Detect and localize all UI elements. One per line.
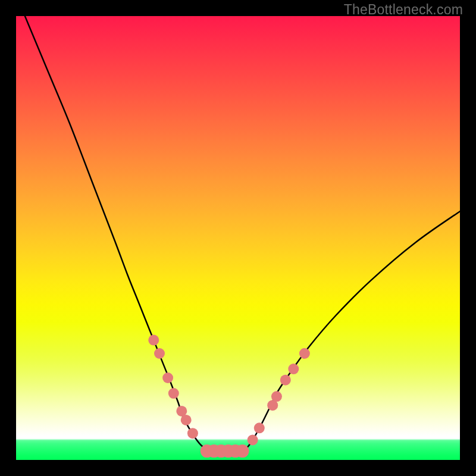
chart-svg	[16, 16, 460, 460]
marker-dot	[299, 348, 310, 359]
marker-dot	[280, 375, 291, 386]
left-curve	[25, 16, 207, 450]
flat-dots	[201, 444, 249, 458]
marker-dot	[168, 388, 179, 399]
marker-dot	[288, 364, 299, 374]
marker-dot	[148, 335, 159, 346]
marker-dot	[181, 415, 192, 425]
marker-dot	[254, 422, 265, 433]
chart-plot-area	[16, 16, 460, 460]
chart-frame: TheBottleneck.com	[0, 0, 476, 476]
curves	[25, 16, 460, 451]
marker-dot	[271, 391, 282, 402]
watermark-text: TheBottleneck.com	[344, 2, 463, 18]
marker-dot	[154, 348, 165, 359]
marker-dot	[187, 428, 198, 439]
marker-dot	[162, 372, 173, 383]
right-curve	[245, 211, 460, 450]
flat-dot	[236, 444, 249, 458]
marker-dot	[248, 434, 258, 445]
scatter-dots	[148, 335, 310, 446]
